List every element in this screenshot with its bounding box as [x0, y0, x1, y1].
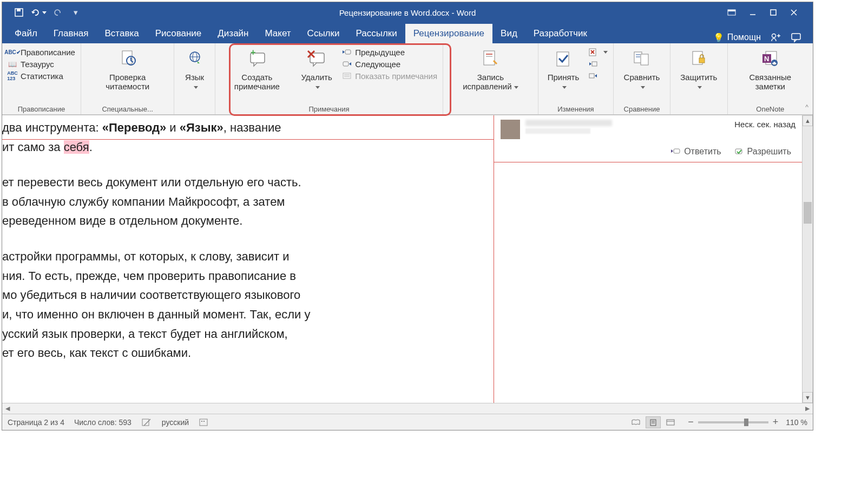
scroll-down-icon[interactable]: ▼ [803, 392, 813, 403]
tab-view[interactable]: Вид [492, 24, 525, 43]
scroll-right-icon[interactable]: ▶ [802, 403, 813, 414]
scroll-up-icon[interactable]: ▲ [803, 115, 813, 126]
zoom-thumb[interactable] [744, 419, 748, 426]
svg-rect-3 [728, 10, 735, 11]
next-comment-icon [342, 59, 352, 69]
ribbon-display-options-icon[interactable] [727, 8, 736, 17]
qat-customize[interactable]: ▾ [74, 8, 78, 17]
web-layout-button[interactable] [663, 416, 678, 428]
redo-button[interactable] [53, 8, 63, 17]
tab-review[interactable]: Рецензирование [405, 24, 492, 43]
vertical-scrollbar[interactable]: ▲ ▼ [802, 115, 813, 403]
next-change-button[interactable] [588, 70, 608, 81]
doc-line: ет его весь, как текст с ошибками. [2, 345, 488, 361]
comment-connector-line [2, 139, 494, 140]
window-controls [727, 8, 813, 17]
doc-line: усский язык проверки, а текст будет на а… [2, 326, 488, 342]
tab-design[interactable]: Дизайн [209, 24, 257, 43]
save-button[interactable] [14, 8, 24, 17]
new-comment-button[interactable]: + Создать примечание [221, 47, 293, 93]
zoom-out-button[interactable]: − [688, 416, 694, 428]
track-changes-icon [479, 48, 501, 69]
read-mode-button[interactable] [628, 416, 643, 428]
comment-author-name [525, 120, 612, 126]
proofing-status-icon[interactable] [141, 418, 152, 427]
scroll-thumb[interactable] [804, 202, 812, 224]
group-label-accessibility: Специальные... [102, 104, 153, 113]
thesaurus-icon: 📖 [8, 59, 17, 69]
reject-button[interactable] [588, 47, 608, 57]
tab-layout[interactable]: Макет [257, 24, 299, 43]
doc-line: мо убедиться в наличии соответствующего … [2, 287, 488, 303]
tab-references[interactable]: Ссылки [299, 24, 348, 43]
svg-rect-5 [771, 10, 776, 15]
doc-line: ет перевести весь документ или отдельную… [2, 174, 488, 191]
quick-access-toolbar: ▾ [14, 8, 78, 17]
track-changes-button[interactable]: Запись исправлений [449, 47, 532, 93]
resolve-icon [734, 147, 744, 156]
maximize-button[interactable] [770, 9, 777, 16]
ribbon-tabs: Файл Главная Вставка Рисование Дизайн Ма… [2, 23, 813, 43]
show-comments-icon [342, 71, 352, 81]
zoom-level[interactable]: 110 % [786, 418, 807, 427]
thesaurus-button[interactable]: 📖Тезаурус [8, 58, 75, 69]
tab-mailings[interactable]: Рассылки [347, 24, 405, 43]
group-label-comments: Примечания [308, 104, 349, 113]
macro-icon[interactable] [199, 418, 208, 427]
svg-line-49 [144, 419, 150, 426]
print-layout-button[interactable] [646, 416, 661, 428]
tab-insert[interactable]: Вставка [97, 24, 147, 43]
horizontal-scrollbar[interactable]: ◀ ▶ [2, 403, 813, 414]
group-protect: Защитить [670, 43, 728, 114]
close-button[interactable] [790, 9, 798, 16]
group-accessibility: Проверка читаемости Специальные... [81, 43, 174, 114]
doc-line: и, что именно он включен в данный момент… [2, 306, 488, 323]
accept-icon [553, 48, 574, 69]
next-comment-button[interactable]: Следующее [342, 58, 437, 69]
scroll-track[interactable] [803, 126, 813, 392]
tell-me[interactable]: 💡Помощн [713, 32, 761, 43]
resolve-button[interactable]: Разрешить [734, 147, 791, 156]
accept-button[interactable]: Принять [544, 47, 583, 93]
document-pane[interactable]: два инструмента: «Перевод» и «Язык», наз… [2, 115, 494, 403]
language-status[interactable]: русский [162, 418, 189, 427]
doc-line: ит само за себя. [2, 139, 488, 155]
spelling-button[interactable]: ABC✔Правописание [8, 47, 75, 57]
tab-home[interactable]: Главная [45, 24, 97, 43]
undo-button[interactable] [30, 8, 47, 17]
share-button[interactable] [770, 31, 781, 43]
previous-comment-button[interactable]: Предыдущее [342, 47, 437, 57]
comments-icon[interactable] [790, 31, 802, 43]
svg-rect-41 [699, 58, 705, 63]
comment-card[interactable]: Неск. сек. назад [494, 115, 802, 143]
window-title: Рецензирование в Word.docx - Word [339, 8, 476, 17]
word-count[interactable]: Число слов: 593 [74, 418, 131, 427]
doc-line: ния. То есть, прежде, чем проверить прав… [2, 268, 488, 284]
prev-change-icon [588, 59, 598, 69]
page-info[interactable]: Страница 2 из 4 [8, 418, 64, 427]
delete-comment-button[interactable]: Удалить [298, 47, 336, 93]
prev-change-button[interactable] [588, 58, 608, 69]
globe-icon [184, 48, 206, 69]
zoom-in-button[interactable]: + [773, 416, 779, 428]
tab-developer[interactable]: Разработчик [525, 24, 595, 43]
highlighted-text: себя [64, 140, 89, 154]
readability-button[interactable]: Проверка читаемости [87, 47, 168, 93]
reject-icon [588, 47, 598, 57]
compare-button[interactable]: Сравнить [619, 47, 665, 93]
statistics-button[interactable]: ABC123Статистика [8, 70, 75, 81]
protect-button[interactable]: Защитить [676, 47, 722, 93]
status-bar: Страница 2 из 4 Число слов: 593 русский … [2, 414, 813, 430]
title-bar: ▾ Рецензирование в Word.docx - Word [2, 2, 813, 23]
reply-button[interactable]: Ответить [671, 147, 721, 156]
svg-rect-27 [484, 51, 495, 65]
hscroll-track[interactable] [13, 403, 802, 414]
collapse-ribbon-icon[interactable]: ^ [805, 103, 808, 111]
tab-file[interactable]: Файл [6, 24, 45, 43]
language-button[interactable]: Язык [180, 47, 209, 93]
zoom-track[interactable] [698, 421, 768, 423]
onenote-button[interactable]: N Связанные заметки [733, 47, 807, 93]
tab-draw[interactable]: Рисование [147, 24, 210, 43]
scroll-left-icon[interactable]: ◀ [2, 403, 13, 414]
minimize-button[interactable] [749, 9, 757, 16]
